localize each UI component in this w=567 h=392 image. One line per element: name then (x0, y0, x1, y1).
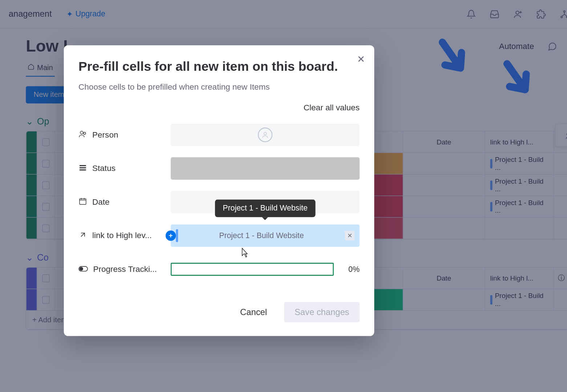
clear-all-button[interactable]: Clear all values (78, 103, 360, 113)
field-link-label: link to High lev... (92, 231, 152, 240)
modal-title: Pre-fill cells for all new item on this … (78, 59, 360, 74)
field-progress-label: Progress Tracki... (93, 265, 157, 274)
field-link: link to High lev... Project 1 - Build We… (78, 224, 360, 247)
person-input[interactable] (171, 124, 360, 146)
prefill-modal: ✕ Pre-fill cells for all new item on thi… (64, 45, 374, 336)
field-progress: Progress Tracki... 0% (78, 258, 360, 281)
field-status-label: Status (92, 164, 116, 173)
cursor-icon (240, 247, 249, 261)
link-accent-bar (176, 229, 178, 242)
empty-avatar-icon (258, 127, 272, 142)
progress-percent: 0% (342, 265, 359, 274)
svg-rect-10 (80, 167, 86, 168)
calendar-icon (78, 197, 87, 208)
modal-subtitle: Choose cells to be prefilled when creati… (78, 82, 360, 92)
cancel-button[interactable]: Cancel (232, 302, 275, 322)
svg-rect-9 (80, 165, 86, 166)
svg-rect-11 (80, 169, 86, 170)
svg-point-6 (80, 131, 83, 134)
person-icon (78, 130, 87, 140)
svg-point-8 (264, 132, 266, 135)
link-value: Project 1 - Build Website (182, 231, 341, 240)
link-icon (78, 230, 87, 241)
add-link-icon[interactable]: + (166, 230, 176, 241)
field-person-label: Person (92, 130, 118, 139)
field-date-label: Date (92, 197, 110, 207)
svg-rect-14 (80, 267, 83, 270)
status-icon (78, 163, 87, 174)
svg-point-7 (84, 132, 86, 134)
close-icon[interactable]: ✕ (357, 54, 365, 65)
progress-input[interactable]: 0% (171, 258, 360, 281)
field-status: Status (78, 157, 360, 180)
svg-rect-12 (80, 199, 86, 204)
save-button[interactable]: Save changes (284, 302, 360, 322)
progress-bar (171, 263, 334, 276)
field-person: Person (78, 124, 360, 146)
status-input[interactable] (171, 157, 360, 180)
link-input[interactable]: Project 1 - Build Website + Project 1 - … (171, 224, 360, 247)
clear-link-icon[interactable]: ✕ (345, 231, 355, 240)
tooltip: Project 1 - Build Website (215, 200, 315, 217)
progress-icon (78, 265, 88, 274)
